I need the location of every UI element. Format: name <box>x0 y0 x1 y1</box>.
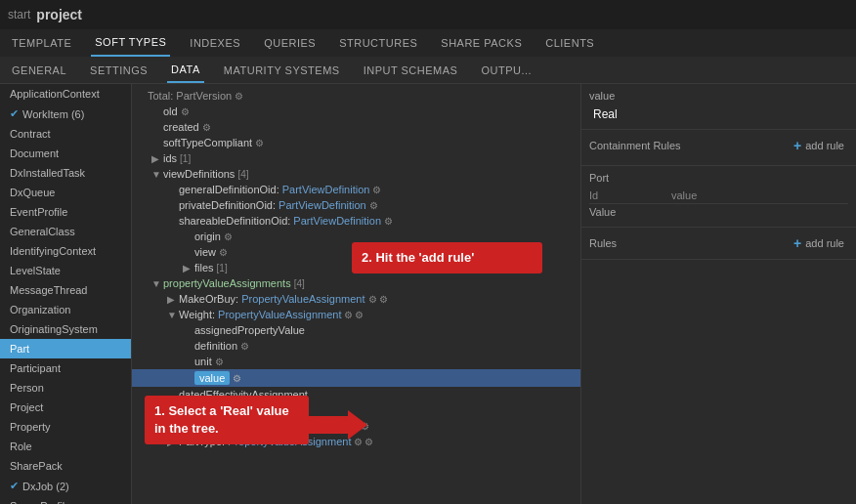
tab-input-schemas[interactable]: INPUT SCHEMAS <box>360 57 462 83</box>
tree-node-origin[interactable]: origin ⚙ <box>132 229 580 244</box>
gear-icon: ⚙ <box>372 185 381 195</box>
gear-icon: ⚙ <box>233 373 241 384</box>
sidebar-item-participant[interactable]: Participant <box>0 358 131 378</box>
tree-node-unit[interactable]: unit ⚙ <box>132 354 580 369</box>
arrow-icon: ▼ <box>151 169 163 180</box>
check-icon: ✔ <box>10 107 19 120</box>
port-col-headers: Id value <box>589 188 848 204</box>
node-text: qualifier <box>194 404 233 416</box>
sidebar-item-generalclass[interactable]: GeneralClass <box>0 222 131 241</box>
tree-node-value-selected[interactable]: value ⚙ <box>132 369 580 387</box>
tree-node-shareabledef[interactable]: shareableDefinitionOid: PartViewDefiniti… <box>132 213 580 229</box>
tab-clients[interactable]: CLIENTS <box>541 29 598 57</box>
sidebar-item-identifyingcontext[interactable]: IdentifyingContext <box>0 241 131 261</box>
node-key: Material: <box>179 420 220 432</box>
gear-icon: ⚙ <box>344 310 353 320</box>
gear-icon: ⚙ <box>255 138 264 148</box>
sidebar-item-document[interactable]: Document <box>0 144 131 163</box>
tree-node-files[interactable]: ▶ files [1] <box>132 260 580 275</box>
tree-node-weight[interactable]: ▼ Weight: PropertyValueAssignment ⚙ ⚙ <box>132 307 580 322</box>
node-key: PartType: <box>179 436 225 447</box>
tree-node-material[interactable]: ▶ Material: PropertyValueAssignment ⚙ ⚙ <box>132 418 580 434</box>
gear-icon: ⚙ <box>369 200 378 211</box>
gear-icon: ⚙ <box>354 437 363 447</box>
add-rule-button-rules[interactable]: + add rule <box>790 233 848 253</box>
node-text: Total: PartVersion <box>148 90 232 102</box>
sidebar-item-project[interactable]: Project <box>0 398 131 417</box>
sidebar-item-levelstate[interactable]: LevelState <box>0 261 131 280</box>
tree-node-ids[interactable]: ▶ ids [1] <box>132 150 580 166</box>
sidebar-item-spaceprofile[interactable]: SpaceProfile <box>0 496 131 504</box>
tree-node-qualifier[interactable]: qualifier ⚙ <box>132 402 580 418</box>
tab-share-packs[interactable]: SHARE PACKS <box>437 29 526 57</box>
add-rule-label-rules: add rule <box>805 237 844 249</box>
sidebar-item-applicationcontext[interactable]: ApplicationContext <box>0 84 131 104</box>
sidebar-item-dxjob[interactable]: ✔ DxJob (2) <box>0 476 131 496</box>
check-icon-dxjob: ✔ <box>10 480 19 492</box>
tree-node-softtypecompliant[interactable]: softTypeCompliant ⚙ <box>132 135 580 150</box>
node-type: PartViewDefinition <box>293 215 381 227</box>
tab-structures[interactable]: STRUCTURES <box>335 29 421 57</box>
node-type: PropertyValueAssignment <box>223 420 346 432</box>
sidebar-item-workitem[interactable]: ✔ WorkItem (6) <box>0 104 131 124</box>
tab-maturity-systems[interactable]: MATURITY SYSTEMS <box>220 57 344 83</box>
sidebar-item-part[interactable]: Part <box>0 339 131 358</box>
link-icon: ⚙ <box>379 294 388 305</box>
start-label: start <box>8 8 30 21</box>
plus-icon-rules: + <box>793 235 801 251</box>
tree-node-parttype[interactable]: ▶ PartType: PropertyValueAssignment ⚙ ⚙ <box>132 434 580 449</box>
sidebar-item-messagethread[interactable]: MessageThread <box>0 280 131 300</box>
add-rule-button[interactable]: + add rule <box>790 136 848 155</box>
tree-node-makeorbuy[interactable]: ▶ MakeOrBuy: PropertyValueAssignment ⚙ ⚙ <box>132 291 580 307</box>
sidebar-item-person[interactable]: Person <box>0 378 131 398</box>
tab-settings[interactable]: SETTINGS <box>86 57 151 83</box>
sidebar-item-eventprofile[interactable]: EventProfile <box>0 202 131 222</box>
sidebar-item-property[interactable]: Property <box>0 417 131 437</box>
node-text: definition <box>194 340 237 352</box>
port-id-cell: Value <box>589 206 667 218</box>
tab-data[interactable]: DATA <box>167 57 204 83</box>
arrow-icon: ▶ <box>151 153 163 164</box>
tab-soft-types[interactable]: SOFT TYPES <box>91 29 170 57</box>
gear-icon: ⚙ <box>350 421 359 432</box>
arrow-icon: ▶ <box>167 437 179 447</box>
node-type: PropertyValueAssignment <box>218 309 341 320</box>
tree-node-privatedefinitionoid[interactable]: privateDefinitionOid: PartViewDefinition… <box>132 197 580 213</box>
tree-node-viewdefinitions[interactable]: ▼ viewDefinitions [4] <box>132 166 580 182</box>
sidebar-item-organization[interactable]: Organization <box>0 300 131 319</box>
tree-node-generaldefinitionoid[interactable]: generalDefinitionOid: PartViewDefinition… <box>132 182 580 197</box>
tab-template[interactable]: TEMPLATE <box>8 29 75 57</box>
node-text: assignedPropertyValue <box>194 324 305 336</box>
tree-node-created[interactable]: created ⚙ <box>132 119 580 135</box>
value-section-title: value <box>589 90 848 102</box>
tree-node-definition[interactable]: definition ⚙ <box>132 338 580 354</box>
secondary-nav: GENERAL SETTINGS DATA MATURITY SYSTEMS I… <box>0 57 856 84</box>
tree-node-view[interactable]: view ⚙ <box>132 244 580 260</box>
tab-general[interactable]: GENERAL <box>8 57 70 83</box>
tree-node-partversion[interactable]: Total: PartVersion ⚙ <box>132 88 580 104</box>
sidebar-item-role[interactable]: Role <box>0 437 131 456</box>
node-text: view <box>194 246 216 258</box>
tab-output[interactable]: OUTPU... <box>477 57 535 83</box>
id-header: Id <box>589 189 667 201</box>
gear-icon: ⚙ <box>224 231 233 242</box>
sidebar-item-contract[interactable]: Contract <box>0 124 131 144</box>
tree-node-assignedpropertyvalue[interactable]: assignedPropertyValue <box>132 322 580 338</box>
right-panel: value Real Containment Rules + add rule … <box>580 84 856 504</box>
sidebar-item-dxqueue[interactable]: DxQueue <box>0 183 131 202</box>
node-type: PartViewDefinition <box>282 184 370 195</box>
value-section-value: Real <box>589 105 848 123</box>
tree-node-old[interactable]: old ⚙ <box>132 104 580 119</box>
sidebar-item-dxinstalledtask[interactable]: DxInstalledTask <box>0 163 131 183</box>
node-text: unit <box>194 356 212 367</box>
port-section: Port Id value Value <box>581 166 856 228</box>
node-key: privateDefinitionOid: <box>179 199 276 211</box>
sidebar-item-sharepack[interactable]: SharePack <box>0 456 131 476</box>
arrow-icon: ▶ <box>183 263 194 273</box>
tree-node-datedeffectivity[interactable]: datedEffectivityAssignment <box>132 387 580 402</box>
tab-indexes[interactable]: INDEXES <box>186 29 244 57</box>
tree-node-propertyvalueassignments[interactable]: ▼ propertyValueAssignments [4] <box>132 275 580 291</box>
gear-icon: ⚙ <box>368 294 377 305</box>
sidebar-item-originatingsystem[interactable]: OriginatingSystem <box>0 319 131 339</box>
tab-queries[interactable]: QUERIES <box>260 29 320 57</box>
